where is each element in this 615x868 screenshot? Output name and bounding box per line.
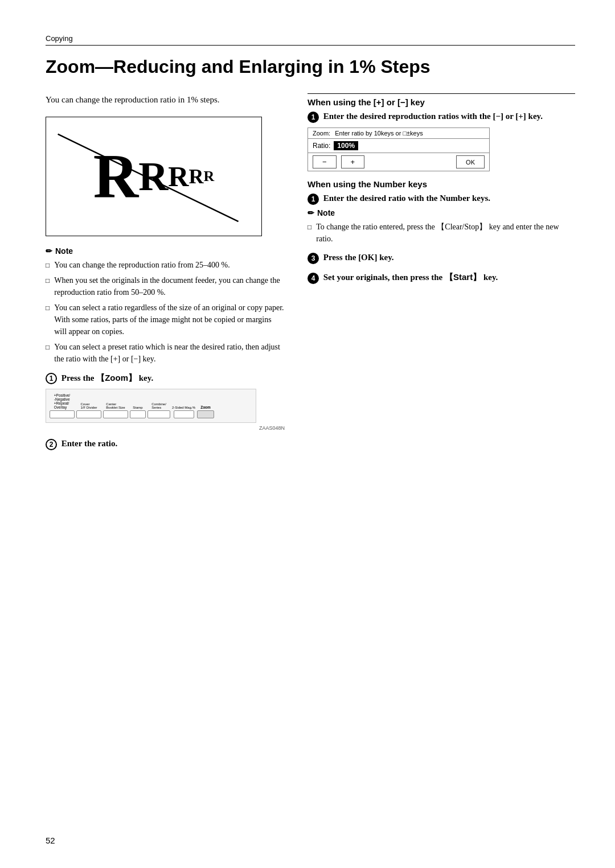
note-section-left: ✏ Note □ You can change the reproduction… — [46, 246, 285, 365]
step-2-label: 2 Enter the ratio. — [46, 439, 285, 450]
zoom-plus-button[interactable]: + — [341, 155, 365, 168]
checkbox-icon-num: □ — [308, 222, 311, 245]
step-num-1: 1 Enter the desired ratio with the Numbe… — [308, 194, 575, 205]
step-3-circle: 3 — [308, 253, 319, 264]
step-4-section: 4 Set your originals, then press the 【St… — [308, 272, 575, 284]
plus-minus-section: When using the [+] or [−] key 1 Enter th… — [308, 93, 575, 171]
step-1-label: 1 Press the 【Zoom】 key. — [46, 373, 285, 385]
zoom-dialog-title: Zoom: Enter ratio by 10keys or □±keys — [308, 128, 489, 139]
step-4-circle: 4 — [308, 273, 319, 284]
page-number: 52 — [46, 836, 55, 845]
step-1-section: 1 Press the 【Zoom】 key. +Positive/-Negat… — [46, 373, 285, 431]
step-num-circle: 1 — [308, 194, 319, 205]
page-container: Copying Zoom—Reducing and Enlarging in 1… — [0, 0, 615, 868]
ratio-value: 100% — [334, 141, 358, 150]
step-2-circle: 2 — [46, 439, 57, 450]
step-4-label: 4 Set your originals, then press the 【St… — [308, 272, 575, 284]
number-keys-heading: When using the Number keys — [308, 179, 575, 189]
plus-minus-heading: When using the [+] or [−] key — [308, 93, 575, 107]
zoom-dialog: Zoom: Enter ratio by 10keys or □±keys Ra… — [308, 127, 490, 171]
step-3-section: 3 Press the [OK] key. — [308, 253, 575, 264]
page-title: Zoom—Reducing and Enlarging in 1% Steps — [46, 56, 575, 77]
note-item-num: □ To change the ratio entered, press the… — [308, 221, 575, 245]
zoom-dialog-ratio: Ratio: 100% — [308, 139, 489, 153]
r-letter-3: R — [168, 162, 188, 191]
r-letter-2: R — [138, 156, 168, 197]
checkbox-icon-3: □ — [46, 303, 50, 338]
note-section-right: ✏ Note □ To change the ratio entered, pr… — [308, 208, 575, 245]
checkbox-icon-2: □ — [46, 275, 50, 298]
zoom-ok-button[interactable]: OK — [456, 155, 485, 168]
r-wrapper: R R R R R — [46, 117, 261, 236]
step-1-circle: 1 — [46, 373, 57, 384]
zoom-minus-button[interactable]: − — [313, 155, 337, 168]
left-column: You can change the reproduction ratio in… — [46, 93, 285, 458]
note-item-2: □ When you set the originals in the docu… — [46, 274, 285, 298]
step-3-label: 3 Press the [OK] key. — [308, 253, 575, 264]
note-heading-right: ✏ Note — [308, 208, 575, 217]
checkbox-icon-4: □ — [46, 342, 50, 365]
right-column: When using the [+] or [−] key 1 Enter th… — [308, 93, 575, 458]
note-item-3: □ You can select a ratio regardless of t… — [46, 302, 285, 338]
r-letter-4: R — [188, 166, 203, 187]
pencil-icon-2: ✏ — [308, 208, 314, 217]
step-2-section: 2 Enter the ratio. — [46, 439, 285, 450]
zoom-dialog-buttons: − + OK — [308, 153, 489, 171]
r-letter-1: R — [93, 145, 138, 208]
r-image-box: R R R R R — [46, 117, 262, 236]
note-heading-left: ✏ Note — [46, 246, 285, 256]
content-columns: You can change the reproduction ratio in… — [46, 93, 575, 458]
checkbox-icon-1: □ — [46, 260, 50, 271]
intro-text: You can change the reproduction ratio in… — [46, 93, 285, 106]
zaas-label: ZAAS048N — [46, 425, 285, 431]
number-keys-section: When using the Number keys 1 Enter the d… — [308, 179, 575, 245]
step-pm-1: 1 Enter the desired reproduction ratios … — [308, 112, 575, 123]
breadcrumb: Copying — [46, 34, 575, 46]
step-pm-circle: 1 — [308, 112, 319, 123]
r-letter-5: R — [203, 169, 214, 184]
keyboard-image: +Positive/-Negative+Repeat/Overlay Cover… — [46, 389, 256, 423]
note-item-4: □ You can select a preset ratio which is… — [46, 341, 285, 365]
note-item-1: □ You can change the reproduction ratio … — [46, 259, 285, 271]
pencil-icon: ✏ — [46, 246, 52, 256]
